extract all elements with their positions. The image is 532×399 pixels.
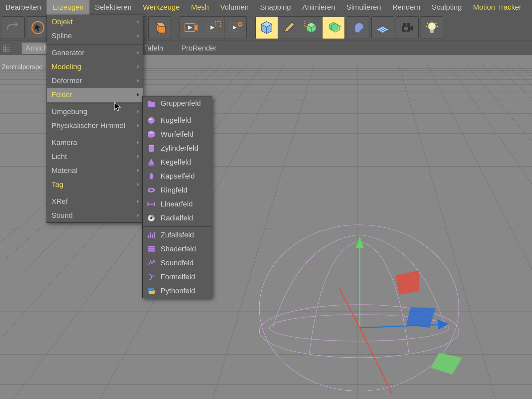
menu-simulieren[interactable]: Simulieren	[341, 0, 387, 15]
grid-button[interactable]	[371, 16, 394, 39]
menuitem-spline[interactable]: Spline	[47, 29, 143, 43]
svg-line-29	[339, 288, 360, 328]
capsule-icon	[147, 172, 156, 181]
menuitem-objekt[interactable]: Objekt	[47, 15, 143, 29]
shader-icon	[147, 244, 156, 254]
menu-mesh[interactable]: Mesh	[186, 0, 215, 15]
layout-sculpt-button[interactable]	[278, 16, 300, 39]
menuitem-sound[interactable]: Sound	[47, 208, 143, 222]
render-frame-button[interactable]	[180, 16, 202, 39]
menuitem-licht[interactable]: Licht	[47, 150, 143, 164]
field-label: Pythonfeld	[161, 287, 195, 295]
layout-anim-button[interactable]	[322, 16, 345, 39]
svg-rect-41	[150, 173, 153, 179]
menuitem-physikalischer-himmel[interactable]: Physikalischer Himmel	[47, 119, 143, 133]
svg-rect-20	[3, 45, 10, 52]
field-label: Radialfeld	[161, 214, 193, 222]
field-label: Ringfeld	[161, 186, 188, 195]
menu-bearbeiten[interactable]: Bearbeiten	[0, 0, 47, 15]
coord-system-button[interactable]	[148, 16, 171, 39]
fielditem-ringfeld[interactable]: Ringfeld	[143, 183, 212, 197]
svg-marker-32	[431, 353, 462, 374]
svg-point-17	[407, 23, 410, 26]
menu-werkzeuge[interactable]: Werkzeuge	[137, 0, 186, 15]
render-region-button[interactable]	[202, 16, 224, 39]
menu-motion-tracker[interactable]: Motion Tracker	[467, 0, 527, 15]
formula-icon	[147, 272, 156, 282]
chevron-right-icon	[137, 141, 139, 145]
layout-uv-button[interactable]	[300, 16, 323, 39]
folder-icon	[147, 99, 156, 108]
menuitem-felder[interactable]: Felder	[47, 88, 143, 102]
fielditem-radialfeld[interactable]: Radialfeld	[143, 211, 212, 225]
menuitem-umgebung[interactable]: Umgebung	[47, 105, 143, 119]
menuitem-modeling[interactable]: Modeling	[47, 60, 143, 74]
chevron-right-icon	[137, 93, 139, 97]
svg-marker-27	[437, 320, 449, 330]
menuitem-tag[interactable]: Tag	[47, 178, 143, 192]
viewbar-prorender[interactable]: ProRender	[177, 43, 220, 54]
fielditem-kegelfeld[interactable]: Kegelfeld	[143, 155, 212, 169]
menu-sculpting[interactable]: Sculpting	[426, 0, 467, 15]
svg-point-36	[149, 118, 152, 120]
camera-button[interactable]	[396, 16, 419, 39]
viewbar-tafeln[interactable]: Tafeln	[140, 43, 167, 54]
field-label: Soundfeld	[161, 259, 194, 267]
fielditem-kapselfeld[interactable]: Kapselfeld	[143, 169, 212, 183]
menuitem-kamera[interactable]: Kamera	[47, 136, 143, 150]
fielditem-soundfeld[interactable]: Soundfeld	[143, 256, 212, 270]
fielditem-formelfeld[interactable]: Formelfeld	[143, 270, 212, 284]
fielditem-zylinderfeld[interactable]: Zylinderfeld	[143, 141, 212, 155]
fielditem-kugelfeld[interactable]: Kugelfeld	[143, 113, 212, 127]
shading-button[interactable]	[347, 16, 369, 39]
field-label: Gruppenfeld	[161, 99, 201, 108]
field-label: Kugelfeld	[161, 116, 191, 125]
python-icon	[147, 286, 156, 296]
menuitem-deformer[interactable]: Deformer	[47, 74, 143, 88]
sphere-icon	[147, 116, 156, 125]
menu-erzeugen[interactable]: Erzeugen	[47, 0, 89, 15]
chevron-right-icon	[137, 110, 139, 114]
layout-model-button[interactable]	[255, 16, 278, 39]
layout-group	[255, 16, 345, 39]
torus-icon	[147, 186, 156, 195]
svg-rect-49	[152, 234, 153, 238]
svg-point-46	[150, 217, 152, 219]
menubar: BearbeitenErzeugenSelektierenWerkzeugeMe…	[0, 0, 532, 15]
svg-rect-51	[148, 246, 155, 252]
chevron-right-icon	[137, 183, 139, 187]
svg-rect-48	[150, 232, 151, 238]
svg-rect-19	[430, 30, 434, 33]
svg-point-18	[428, 23, 436, 30]
svg-point-16	[403, 23, 406, 26]
field-label: Zylinderfeld	[161, 144, 199, 153]
fielditem-zufallsfeld[interactable]: Zufallsfeld	[143, 228, 212, 242]
menuitem-material[interactable]: Material	[47, 164, 143, 178]
fielditem-gruppenfeld[interactable]: Gruppenfeld	[143, 96, 212, 110]
fielditem-würfelfeld[interactable]: Würfelfeld	[143, 127, 212, 141]
menu-rendern[interactable]: Rendern	[387, 0, 426, 15]
light-button[interactable]	[421, 16, 443, 39]
grid-icon	[2, 43, 12, 53]
svg-rect-50	[154, 232, 155, 238]
svg-point-40	[148, 164, 155, 166]
svg-rect-47	[148, 235, 149, 238]
menuitem-generator[interactable]: Generator	[47, 46, 143, 60]
chevron-right-icon	[137, 213, 139, 217]
field-label: Formelfeld	[161, 273, 195, 281]
linear-icon	[147, 200, 156, 209]
select-tool-button[interactable]	[27, 16, 49, 39]
undo-button[interactable]	[2, 16, 25, 39]
menu-selektieren[interactable]: Selektieren	[89, 0, 137, 15]
fielditem-linearfeld[interactable]: Linearfeld	[143, 197, 212, 211]
felder-submenu[interactable]: GruppenfeldKugelfeldWürfelfeldZylinderfe…	[142, 96, 212, 298]
field-label: Kapselfeld	[161, 172, 195, 181]
menu-volumen[interactable]: Volumen	[214, 0, 254, 15]
fielditem-shaderfeld[interactable]: Shaderfeld	[143, 242, 212, 256]
menuitem-xref[interactable]: XRef	[47, 195, 143, 208]
render-settings-button[interactable]	[224, 16, 247, 39]
menu-animieren[interactable]: Animieren	[297, 0, 341, 15]
fielditem-pythonfeld[interactable]: Pythonfeld	[143, 284, 212, 298]
menu-snapping[interactable]: Snapping	[254, 0, 297, 15]
erzeugen-menu[interactable]: ObjektSplineGeneratorModelingDeformerFel…	[47, 15, 143, 223]
